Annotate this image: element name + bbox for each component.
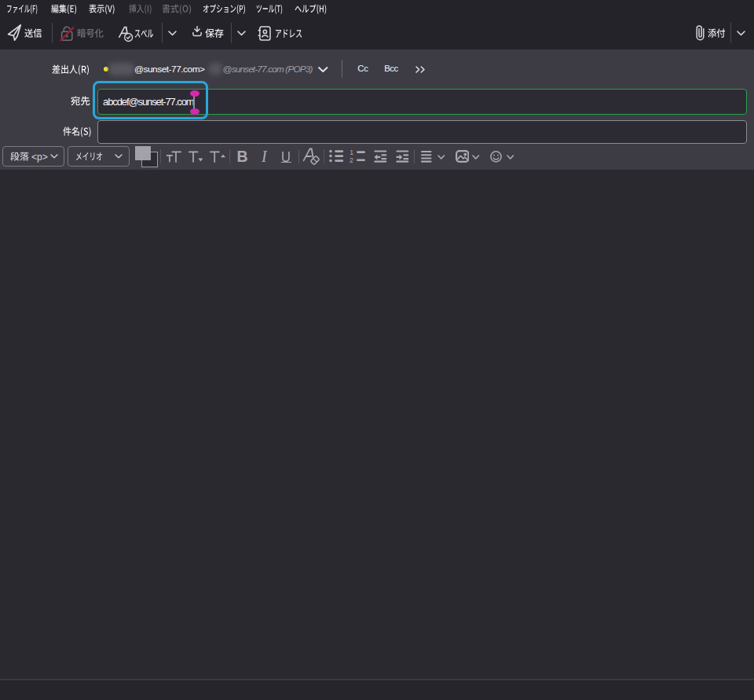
svg-text:1: 1 (350, 148, 353, 156)
svg-text:2: 2 (350, 156, 353, 163)
